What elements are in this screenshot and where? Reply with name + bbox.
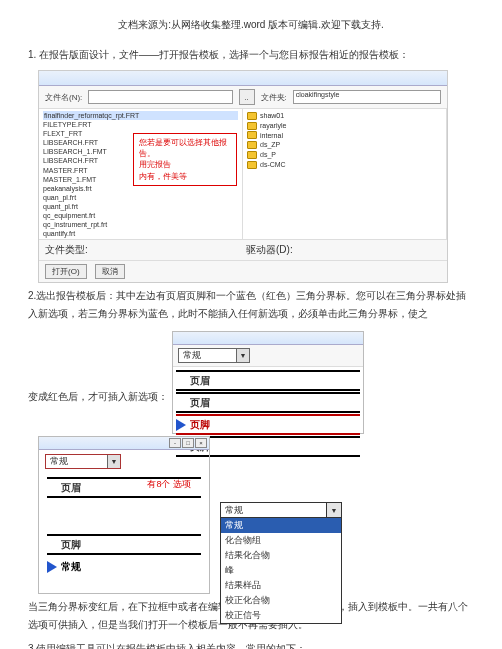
sections-panel-blue: 常规 ▼ 页眉 页眉 页脚 页脚 <box>172 331 364 434</box>
page-header: 文档来源为:从网络收集整理.word 版本可编辑.欢迎下载支持. <box>28 18 474 32</box>
dropdown-option[interactable]: 结果化合物 <box>221 548 341 563</box>
section-bar: 页眉 <box>176 370 360 391</box>
region-combo-value: 常规 <box>46 455 107 468</box>
annotation-line3: 内有，件美等 <box>139 171 231 182</box>
dropdown-option[interactable]: 校正信号 <box>221 608 341 623</box>
section-bar: 页眉 <box>176 392 360 413</box>
annotation-line1: 您若是要可以选择其他报告。 <box>139 137 231 159</box>
filetype-label: 文件类型: <box>45 243 88 257</box>
filename-row: 文件名(N): .. 文件夹: cloakifingstyle <box>39 86 447 109</box>
selected-file[interactable]: finalfinder_reformatqc_rpt.FRT <box>43 111 238 120</box>
section-bar-active: 页脚 <box>176 414 360 435</box>
panel-titlebar: - □ × <box>39 437 209 450</box>
up-dir-button[interactable]: .. <box>239 89 255 105</box>
minimize-icon[interactable]: - <box>169 438 181 448</box>
region-combo[interactable]: 常规 ▼ <box>45 454 121 469</box>
figure-3-wrap: - □ × 常规 ▼ 页眉 有8个 选项 页脚 <box>38 436 448 594</box>
filename-input[interactable] <box>88 90 232 104</box>
open-button[interactable]: 打开(O) <box>45 264 87 279</box>
chevron-down-icon: ▼ <box>326 503 341 517</box>
step-3-text: 3.使用编辑工具可以在报告模板中插入相关内容，常用的如下： <box>28 640 474 649</box>
panel-titlebar <box>173 332 363 345</box>
section-bar-marker: 常规 <box>47 557 201 577</box>
folder-icon <box>247 112 257 120</box>
file-item[interactable]: FILETYPE.FRT <box>43 120 238 129</box>
dropdown-option[interactable]: 峰 <box>221 563 341 578</box>
file-item[interactable]: quantify.frt <box>43 229 238 238</box>
dropdown-value: 常规 <box>221 504 326 517</box>
chevron-down-icon: ▼ <box>107 455 120 468</box>
dropdown-option[interactable]: 常规 <box>221 518 341 533</box>
file-item[interactable]: qc_instrument_rpt.frt <box>43 220 238 229</box>
dialog-titlebar <box>39 71 447 86</box>
dialog-bottom-row: 文件类型: 驱动器(D): <box>39 239 447 260</box>
folder-item[interactable]: shaw01 <box>247 111 442 121</box>
file-list-pane: finalfinder_reformatqc_rpt.FRTFILETYPE.F… <box>39 109 243 239</box>
step-1-text: 1. 在报告版面设计，文件——打开报告模板，选择一个与您目标报告相近的报告模板： <box>28 46 474 64</box>
folder-tree-pane: shaw01rayariyleinternalds_ZPds_Pds-CMC <box>243 109 447 239</box>
folder-icon <box>247 161 257 169</box>
file-item[interactable]: sample_rpt.frt <box>43 238 238 239</box>
file-item[interactable]: quant_pl.frt <box>43 202 238 211</box>
dropdown-option[interactable]: 化合物组 <box>221 533 341 548</box>
filename-label: 文件名(N): <box>45 92 82 103</box>
folder-item[interactable]: ds-CMC <box>247 160 442 170</box>
folder-item[interactable]: ds_ZP <box>247 140 442 150</box>
chevron-down-icon: ▼ <box>236 349 249 362</box>
folder-icon <box>247 141 257 149</box>
folder-path: cloakifingstyle <box>293 90 441 104</box>
annotation-line2: 用完报告 <box>139 159 231 170</box>
folder-icon <box>247 122 257 130</box>
cancel-button[interactable]: 取消 <box>95 264 125 279</box>
folder-label: 文件夹: <box>261 92 287 103</box>
folder-icon <box>247 151 257 159</box>
sections-panel-red: - □ × 常规 ▼ 页眉 有8个 选项 页脚 <box>38 436 210 594</box>
annotation-box: 您若是要可以选择其他报告。 用完报告 内有，件美等 <box>133 133 237 186</box>
step-2-text-a: 2.选出报告模板后：其中左边有页眉页脚和一个蓝色（红色）三角分界标。您可以在三角… <box>28 287 474 323</box>
region-combo[interactable]: 常规 ▼ <box>178 348 250 363</box>
folder-item[interactable]: rayariyle <box>247 121 442 131</box>
dropdown-option[interactable]: 结果样品 <box>221 578 341 593</box>
close-icon[interactable]: × <box>195 438 207 448</box>
section-stack: 页眉 有8个 选项 页脚 常规 <box>39 473 209 593</box>
drive-label: 驱动器(D): <box>246 243 293 257</box>
folder-item[interactable]: internal <box>247 131 442 141</box>
section-stack: 页眉 页眉 页脚 页脚 <box>173 367 363 433</box>
file-item[interactable]: quan_pl.frt <box>43 193 238 202</box>
document-page: 文档来源为:从网络收集整理.word 版本可编辑.欢迎下载支持. 1. 在报告版… <box>0 0 502 649</box>
section-bar: 页脚 <box>47 534 201 555</box>
region-combo-value: 常规 <box>179 349 236 362</box>
dropdown-option[interactable]: 校正化合物 <box>221 593 341 608</box>
folder-icon <box>247 131 257 139</box>
section-bar: 页眉 有8个 选项 <box>47 477 201 498</box>
folder-item[interactable]: ds_P <box>247 150 442 160</box>
maximize-icon[interactable]: □ <box>182 438 194 448</box>
triangle-marker-blue[interactable] <box>176 419 186 431</box>
step-2-text-b: 变成红色后，才可插入新选项： <box>28 390 168 434</box>
options-dropdown: 常规 ▼ 常规化合物组结果化合物峰结果样品校正化合物校正信号 <box>220 502 342 624</box>
options-annotation: 有8个 选项 <box>147 479 191 490</box>
triangle-marker-blue[interactable] <box>47 561 57 573</box>
file-item[interactable]: qc_equipment.frt <box>43 211 238 220</box>
dropdown-combo[interactable]: 常规 ▼ <box>221 503 341 518</box>
open-dialog-screenshot: 文件名(N): .. 文件夹: cloakifingstyle finalfin… <box>38 70 448 283</box>
